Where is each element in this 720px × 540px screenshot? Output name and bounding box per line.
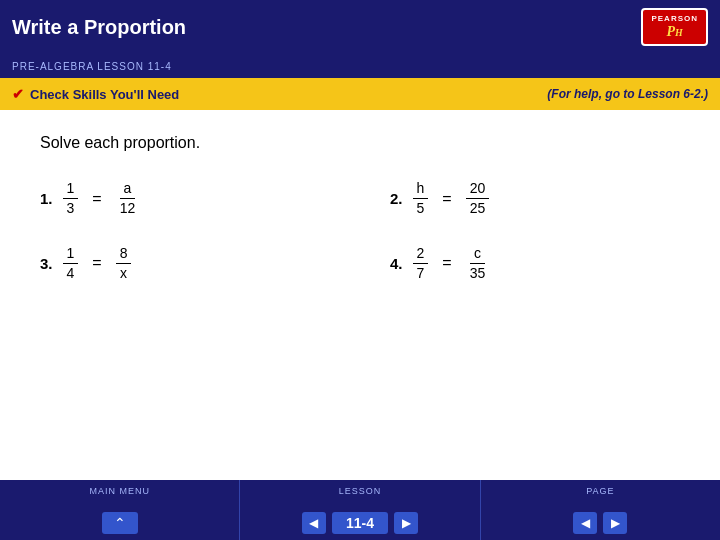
p4-right-den: 35: [466, 264, 490, 282]
page-nav: ◀ ▶: [573, 512, 627, 534]
p1-right-den: 12: [116, 199, 140, 217]
check-skills-section: ✔ Check Skills You'll Need: [12, 86, 179, 102]
problem-3-left-fraction: 1 4: [63, 245, 79, 282]
p1-equals: =: [88, 190, 105, 208]
sub-header: PRE-ALGEBRA LESSON 11-4: [0, 54, 720, 78]
p2-right-num: 20: [466, 180, 490, 199]
problem-1-number: 1.: [40, 190, 53, 207]
problem-4: 4. 2 7 = c 35: [390, 245, 680, 282]
lesson-number-badge: 11-4: [332, 512, 388, 534]
main-menu-nav: ⌃: [102, 512, 138, 534]
problem-2-left-fraction: h 5: [413, 180, 429, 217]
p2-left-den: 5: [413, 199, 429, 217]
page-prev-button[interactable]: ◀: [573, 512, 597, 534]
page-next-button[interactable]: ▶: [603, 512, 627, 534]
p2-left-num: h: [413, 180, 429, 199]
main-menu-label: MAIN MENU: [89, 486, 150, 496]
p3-right-num: 8: [116, 245, 132, 264]
p3-left-den: 4: [63, 264, 79, 282]
p1-left-den: 3: [63, 199, 79, 217]
problem-1: 1. 1 3 = a 12: [40, 180, 330, 217]
lesson-nav: ◀ 11-4 ▶: [302, 512, 418, 534]
problems-grid: 1. 1 3 = a 12 2. h 5 = 20 25: [40, 180, 680, 281]
lesson-subtitle: PRE-ALGEBRA LESSON 11-4: [12, 61, 172, 72]
p3-equals: =: [88, 254, 105, 272]
p2-right-den: 25: [466, 199, 490, 217]
problem-2: 2. h 5 = 20 25: [390, 180, 680, 217]
page-title: Write a Proportion: [12, 16, 186, 39]
main-content: Solve each proportion. 1. 1 3 = a 12 2. …: [0, 110, 720, 305]
solve-label: Solve each proportion.: [40, 134, 680, 152]
p4-equals: =: [438, 254, 455, 272]
problem-1-right-fraction: a 12: [116, 180, 140, 217]
problem-4-number: 4.: [390, 255, 403, 272]
p4-left-den: 7: [413, 264, 429, 282]
header: Write a Proportion PEARSON PH: [0, 0, 720, 54]
p3-left-num: 1: [63, 245, 79, 264]
problem-3-right-fraction: 8 x: [116, 245, 132, 282]
bottom-bar: MAIN MENU ⌃ LESSON ◀ 11-4 ▶ PAGE ◀ ▶: [0, 480, 720, 540]
problem-3-number: 3.: [40, 255, 53, 272]
main-menu-section: MAIN MENU ⌃: [0, 480, 239, 540]
p3-right-den: x: [116, 264, 131, 282]
problem-4-right-fraction: c 35: [466, 245, 490, 282]
yellow-bar: ✔ Check Skills You'll Need (For help, go…: [0, 78, 720, 110]
page-section: PAGE ◀ ▶: [480, 480, 720, 540]
lesson-prev-button[interactable]: ◀: [302, 512, 326, 534]
logo-pearson-text: PEARSON: [651, 14, 698, 24]
lesson-next-button[interactable]: ▶: [394, 512, 418, 534]
checkmark-icon: ✔: [12, 86, 24, 102]
p4-right-num: c: [470, 245, 485, 264]
problem-3: 3. 1 4 = 8 x: [40, 245, 330, 282]
problem-4-left-fraction: 2 7: [413, 245, 429, 282]
problem-2-number: 2.: [390, 190, 403, 207]
lesson-label: LESSON: [339, 486, 382, 496]
p4-left-num: 2: [413, 245, 429, 264]
p2-equals: =: [438, 190, 455, 208]
p1-left-num: 1: [63, 180, 79, 199]
home-button[interactable]: ⌃: [102, 512, 138, 534]
pearson-logo: PEARSON PH: [641, 8, 708, 46]
page-label: PAGE: [586, 486, 614, 496]
p1-right-num: a: [120, 180, 136, 199]
problem-1-left-fraction: 1 3: [63, 180, 79, 217]
lesson-section: LESSON ◀ 11-4 ▶: [239, 480, 479, 540]
check-skills-label: Check Skills You'll Need: [30, 87, 179, 102]
for-help-text: (For help, go to Lesson 6-2.): [547, 87, 708, 101]
problem-2-right-fraction: 20 25: [466, 180, 490, 217]
logo-ph-text: PH: [667, 24, 683, 41]
